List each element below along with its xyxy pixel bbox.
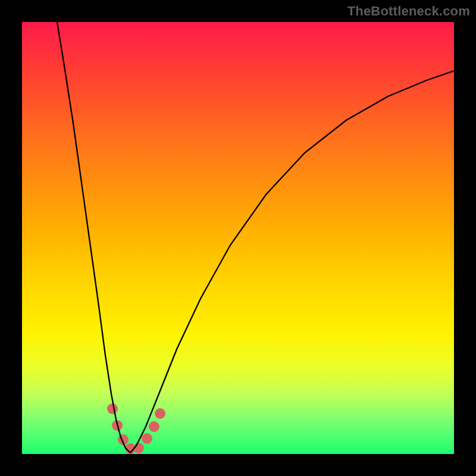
plot-area	[22, 22, 454, 454]
valley-marker-dot	[155, 408, 165, 419]
curve-left-branch	[57, 22, 130, 453]
watermark-text: TheBottleneck.com	[347, 4, 470, 19]
valley-marker-dot	[149, 421, 159, 432]
bottleneck-curve	[22, 22, 454, 454]
chart-frame: TheBottleneck.com	[0, 0, 476, 476]
valley-marker-dot	[107, 403, 118, 414]
valley-marker-dot	[142, 433, 152, 444]
curve-right-branch	[130, 71, 454, 453]
